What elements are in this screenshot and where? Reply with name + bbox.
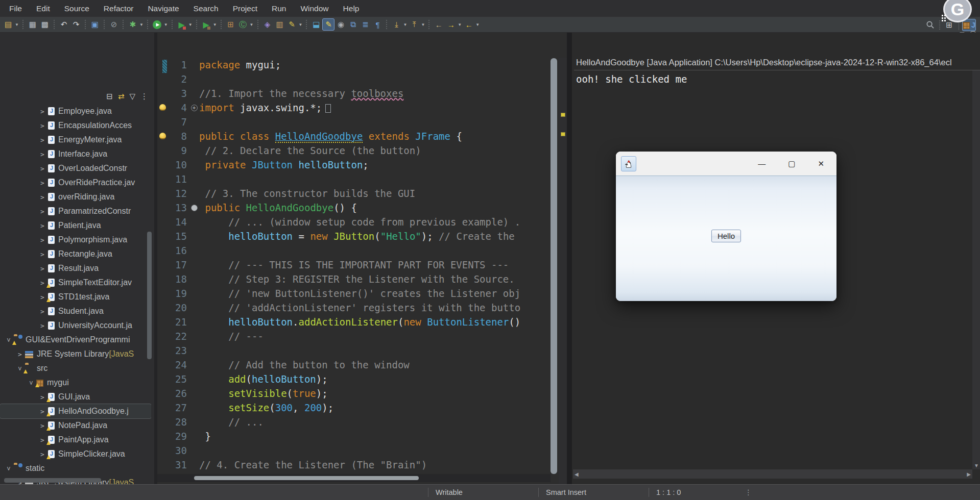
overlay-drag-dots[interactable]	[941, 14, 946, 22]
chevron-right-icon[interactable]: >	[38, 136, 47, 144]
tree-item-static[interactable]: >static	[0, 461, 151, 476]
menu-item-help[interactable]: Help	[336, 0, 367, 17]
tree-item-result-java[interactable]: >Result.java	[0, 261, 151, 276]
debug-icon[interactable]: ✱	[127, 18, 139, 31]
export-icon[interactable]: ⤒	[408, 18, 420, 31]
menu-item-window[interactable]: Window	[293, 0, 336, 17]
scroll-left-arrow-icon[interactable]: ◀	[575, 471, 579, 477]
code-line[interactable]: 18 // Step 3: REGISTER the Listener with…	[157, 272, 551, 286]
scroll-right-arrow-icon[interactable]: ▶	[967, 471, 971, 477]
undo-icon[interactable]: ↶	[58, 18, 70, 31]
chevron-down-icon[interactable]: ▼	[139, 22, 144, 27]
warning-lightbulb-icon[interactable]	[159, 104, 166, 111]
tree-item-mygui[interactable]: >mygui	[0, 376, 151, 390]
menu-item-navigate[interactable]: Navigate	[140, 0, 186, 17]
chevron-right-icon[interactable]: >	[38, 308, 47, 315]
tree-item-employee-java[interactable]: >Employee.java	[0, 104, 151, 118]
chevron-right-icon[interactable]: >	[38, 151, 47, 158]
menu-item-search[interactable]: Search	[186, 0, 226, 17]
menu-item-refactor[interactable]: Refactor	[97, 0, 141, 17]
link-with-editor-icon[interactable]: ⇄	[118, 92, 125, 101]
code-area[interactable]: 1package mygui;23//1. Import the necessa…	[157, 58, 551, 472]
search-doc-icon[interactable]: ⧉	[347, 18, 359, 31]
chevron-right-icon[interactable]: >	[38, 279, 47, 287]
code-line[interactable]: 22 // ---	[157, 329, 551, 343]
swing-app-window[interactable]: —▢✕ Hello	[616, 152, 836, 301]
save-icon[interactable]: ▦	[27, 18, 39, 31]
show-whitespace-icon[interactable]: ¶	[371, 18, 384, 31]
tree-item-energymeter-java[interactable]: >EnergyMeter.java	[0, 133, 151, 147]
chevron-right-icon[interactable]: >	[38, 222, 47, 230]
collapse-all-icon[interactable]: ⊟	[106, 92, 113, 101]
warning-lightbulb-icon[interactable]	[159, 133, 166, 139]
code-line[interactable]: 24 // Add the button to the window	[157, 358, 551, 372]
menu-item-project[interactable]: Project	[226, 0, 265, 17]
tree-item-gui-java[interactable]: >GUI.java	[0, 390, 151, 404]
code-line[interactable]: 13 public HelloAndGoodbye() {	[157, 201, 551, 215]
new-module-icon[interactable]: ⬓	[310, 18, 322, 31]
minimize-button[interactable]: —	[758, 159, 766, 168]
import-icon[interactable]: ⤓	[390, 18, 402, 31]
chevron-right-icon[interactable]: >	[38, 436, 47, 444]
tree-item-universityaccount-ja[interactable]: >UniversityAccount.ja	[0, 318, 151, 333]
chevron-down-icon[interactable]: ▼	[421, 22, 425, 27]
tree-item-jre-system-library[interactable]: >JRE System Library [JavaS	[0, 347, 151, 361]
editor-horizontal-scrollbar[interactable]	[194, 476, 419, 480]
new-java-project-icon[interactable]: ⊞	[225, 18, 237, 31]
coverage-icon[interactable]: ▶	[200, 18, 212, 31]
chevron-down-icon[interactable]: ▼	[458, 22, 462, 27]
chevron-right-icon[interactable]: >	[38, 236, 47, 244]
console-vertical-scrollbar[interactable]: ▼	[972, 70, 980, 469]
code-line[interactable]: 16	[157, 243, 551, 258]
console-output[interactable]: ooh! she clicked me	[576, 73, 687, 85]
chevron-down-icon[interactable]: >	[16, 364, 24, 373]
tree-item-polymorphism-java[interactable]: >Polymorphism.java	[0, 233, 151, 247]
pkg[interactable]	[963, 22, 970, 29]
skip-all-breakpoints-icon[interactable]: ⊘	[108, 18, 120, 31]
chevron-down-icon[interactable]: >	[5, 464, 13, 473]
tree-item-student-java[interactable]: >Student.java	[0, 304, 151, 318]
tree-item-std1test-java[interactable]: >STD1test.java	[0, 290, 151, 304]
chevron-right-icon[interactable]: >	[38, 251, 47, 258]
code-editor[interactable]: 1package mygui;23//1. Import the necessa…	[157, 33, 567, 484]
chevron-right-icon[interactable]: >	[38, 165, 47, 172]
folded-region-box[interactable]	[325, 104, 331, 113]
chevron-right-icon[interactable]: >	[38, 451, 47, 458]
console-horizontal-scrollbar[interactable]: ◀ ▶	[573, 469, 972, 479]
chevron-right-icon[interactable]: >	[38, 265, 47, 272]
code-line[interactable]: 4+import javax.swing.*;	[157, 101, 551, 115]
chevron-down-icon[interactable]: >	[5, 335, 13, 344]
hello-button[interactable]: Hello	[711, 230, 741, 242]
chevron-right-icon[interactable]: >	[38, 408, 47, 415]
code-line[interactable]: 14 // ... (window setup code from previo…	[157, 215, 551, 229]
chevron-down-icon[interactable]: ▼	[250, 22, 254, 27]
sash-editor-console[interactable]	[567, 33, 572, 484]
new-wizard-icon[interactable]: ▤	[2, 18, 14, 31]
code-line[interactable]: 10 private JButton helloButton;	[157, 158, 551, 172]
chevron-right-icon[interactable]: >	[38, 193, 47, 201]
code-line[interactable]: 11	[157, 172, 551, 186]
chevron-down-icon[interactable]: ▼	[188, 22, 193, 27]
annotate-pen-icon[interactable]: ✎	[286, 18, 298, 31]
code-line[interactable]: 21 helloButton.addActionListener(new But…	[157, 315, 551, 329]
back-icon[interactable]: ←	[463, 18, 475, 31]
tree-item-helloandgoodbye-j[interactable]: >HelloAndGoodbye.j	[0, 404, 151, 418]
code-line[interactable]: 12 // 3. The constructor builds the GUI	[157, 186, 551, 201]
open-type-icon[interactable]: ◈	[261, 18, 274, 31]
chevron-right-icon[interactable]: >	[38, 293, 47, 301]
chevron-right-icon[interactable]: >	[15, 351, 25, 358]
code-line[interactable]: 31// 4. Create the Listener (The "Brain"…	[157, 458, 551, 472]
chevron-right-icon[interactable]: >	[38, 179, 47, 187]
tree-item-gui-eventdrivenprogrammi[interactable]: >GUI&EventDrivenProgrammi	[0, 333, 151, 347]
pe-horizontal-scrollbar[interactable]	[4, 478, 101, 483]
format-edit-icon[interactable]: ✎	[322, 18, 334, 31]
menu-item-edit[interactable]: Edit	[29, 0, 57, 17]
chevron-down-icon[interactable]: ▼	[15, 22, 19, 27]
code-line[interactable]: 15 helloButton = new JButton("Hello"); /…	[157, 229, 551, 243]
swing-titlebar[interactable]: —▢✕	[616, 152, 836, 176]
code-line[interactable]: 17 // --- THIS IS THE IMPORTANT PART FOR…	[157, 258, 551, 272]
chevron-down-icon[interactable]: ▼	[475, 22, 480, 27]
chevron-down-icon[interactable]: ▼	[299, 22, 303, 27]
code-line[interactable]: 25 add(helloButton);	[157, 372, 551, 386]
chevron-right-icon[interactable]: >	[38, 122, 47, 130]
